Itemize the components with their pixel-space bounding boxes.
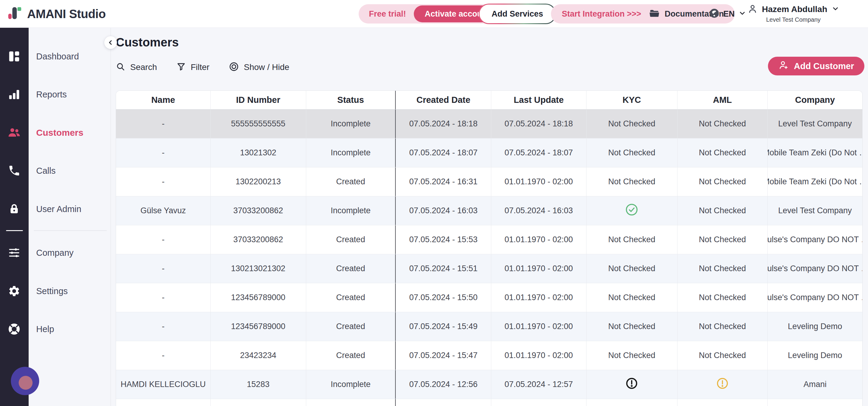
cell-id: 1302200213: [211, 167, 306, 196]
cell-created: [396, 399, 491, 406]
cell-company: Gulse's Company DO NOT …: [768, 254, 862, 283]
table-row-partial[interactable]: [116, 399, 862, 406]
column-header-aml: AML: [678, 91, 768, 109]
cell-updated: 01.01.1970 - 02:00: [491, 225, 587, 254]
table-row[interactable]: -37033200862Created07.05.2024 - 15:5301.…: [116, 225, 862, 254]
sidebar-item-label: User Admin: [36, 204, 82, 214]
cell-aml: Not Checked: [678, 283, 768, 312]
page-title: Customers: [116, 36, 179, 49]
cell-company: Mobile Team Zeki (Do Not …: [768, 139, 862, 167]
chevron-down-icon: [832, 5, 839, 14]
app-screen: AMANI Studio Free trial! Activate accoun…: [0, 0, 868, 406]
cell-status: Created: [306, 167, 396, 196]
dashboard-icon: [7, 50, 21, 63]
cell-created: 07.05.2024 - 18:07: [396, 139, 491, 167]
cell-aml: Not Checked: [678, 196, 768, 225]
table-row[interactable]: -1302200213Created07.05.2024 - 16:3101.0…: [116, 167, 862, 196]
cell-aml: Not Checked: [678, 225, 768, 254]
table-row[interactable]: HAMDI KELLECIOGLU15283Incomplete07.05.20…: [116, 370, 862, 399]
cell-name: -: [116, 283, 211, 312]
language-label: EN: [723, 9, 735, 19]
cell-name: HAMDI KELLECIOGLU: [116, 370, 211, 399]
sidebar-item-settings[interactable]: Settings: [0, 282, 111, 300]
table-row[interactable]: -13021302Incomplete07.05.2024 - 18:0707.…: [116, 139, 862, 167]
cell-kyc: Not Checked: [587, 139, 678, 167]
show-hide-button[interactable]: Show / Hide: [229, 61, 289, 73]
cell-updated: 07.05.2024 - 18:18: [491, 110, 587, 138]
sidebar-item-label: Customers: [36, 127, 84, 138]
add-customer-button[interactable]: Add Customer: [768, 57, 864, 76]
cell-created: 07.05.2024 - 16:03: [396, 196, 491, 225]
cell-name: -: [116, 110, 211, 138]
cell-aml: Not Checked: [678, 341, 768, 370]
table-toolbar: Search Filter Show / Hide: [116, 60, 289, 75]
table-row[interactable]: -123456789000Created07.05.2024 - 15:4901…: [116, 312, 862, 341]
cell-status: Created: [306, 341, 396, 370]
sidebar-item-label: Help: [36, 324, 54, 334]
sidebar-item-label: Company: [36, 248, 73, 258]
sidebar-item-calls[interactable]: Calls: [0, 162, 111, 180]
cell-updated: 01.01.1970 - 02:00: [491, 254, 587, 283]
column-header-name: Name: [116, 91, 211, 109]
cell-name: -: [116, 254, 211, 283]
cell-updated: 01.01.1970 - 02:00: [491, 283, 587, 312]
cell-company: Leveling Demo: [768, 341, 862, 370]
sidebar-item-dashboard[interactable]: Dashboard: [0, 47, 111, 65]
cell-updated: 01.01.1970 - 02:00: [491, 167, 587, 196]
cell-name: -: [116, 167, 211, 196]
globe-icon: [709, 8, 720, 20]
sidebar-item-help[interactable]: Help: [0, 320, 111, 338]
customers-table: NameID NumberStatusCreated DateLast Upda…: [116, 90, 863, 406]
sidebar-item-company[interactable]: Company: [0, 244, 111, 262]
cell-name: [116, 399, 211, 406]
cell-aml: Not Checked: [678, 312, 768, 341]
user-menu[interactable]: Hazem Abdullah Level Test Company: [747, 4, 839, 23]
language-selector[interactable]: EN: [709, 4, 746, 24]
sidebar-item-user-admin[interactable]: User Admin: [0, 200, 111, 218]
calls-icon: [7, 164, 21, 178]
column-header-status: Status: [306, 91, 396, 109]
cell-name: -: [116, 312, 211, 341]
table-row[interactable]: -130213021302Created07.05.2024 - 15:5101…: [116, 254, 862, 283]
brand-name: AMANI Studio: [27, 7, 106, 21]
brand-logo-icon: [8, 5, 22, 22]
sidebar-collapse-button[interactable]: [104, 36, 117, 49]
customers-icon: [7, 126, 21, 140]
cell-aml: Not Checked: [678, 254, 768, 283]
cell-name: -: [116, 139, 211, 167]
cell-company: Leveling Demo: [768, 312, 862, 341]
sidebar-item-label: Calls: [36, 166, 56, 176]
cell-created: 07.05.2024 - 15:47: [396, 341, 491, 370]
cell-updated: [491, 399, 587, 406]
table-row[interactable]: -555555555555Incomplete07.05.2024 - 18:1…: [116, 110, 862, 139]
sidebar-item-reports[interactable]: Reports: [0, 85, 111, 104]
sidebar-divider: [34, 230, 107, 231]
cell-updated: 07.05.2024 - 18:07: [491, 139, 587, 167]
free-trial-label: Free trial!: [369, 9, 406, 19]
chat-widget-button[interactable]: [11, 367, 39, 395]
cell-status: [306, 399, 396, 406]
table-row[interactable]: -123456789000Created07.05.2024 - 15:5001…: [116, 283, 862, 312]
add-services-button[interactable]: Add Services: [478, 4, 556, 24]
table-row[interactable]: Gülse Yavuz37033200862Incomplete07.05.20…: [116, 196, 862, 225]
cell-created: 07.05.2024 - 16:31: [396, 167, 491, 196]
start-integration-link[interactable]: Start Integration >>>: [562, 9, 641, 19]
cell-kyc: Not Checked: [587, 225, 678, 254]
alert-circle-icon: [716, 377, 729, 392]
table-row[interactable]: -23423234Created07.05.2024 - 15:4701.01.…: [116, 341, 862, 370]
chat-widget-icon: [19, 376, 33, 390]
reports-icon: [7, 87, 21, 102]
cell-created: 07.05.2024 - 15:53: [396, 225, 491, 254]
column-header-created-date: Created Date: [396, 91, 491, 109]
cell-status: Created: [306, 225, 396, 254]
cell-aml: Not Checked: [678, 167, 768, 196]
folder-icon: [649, 8, 660, 20]
filter-button[interactable]: Filter: [176, 62, 210, 73]
search-button[interactable]: Search: [116, 62, 157, 73]
brand-logo: AMANI Studio: [8, 0, 106, 28]
help-icon: [7, 322, 21, 336]
cell-status: Created: [306, 312, 396, 341]
cell-aml: Not Checked: [678, 110, 768, 138]
sidebar-item-customers[interactable]: Customers: [0, 124, 111, 142]
cell-status: Incomplete: [306, 110, 396, 138]
